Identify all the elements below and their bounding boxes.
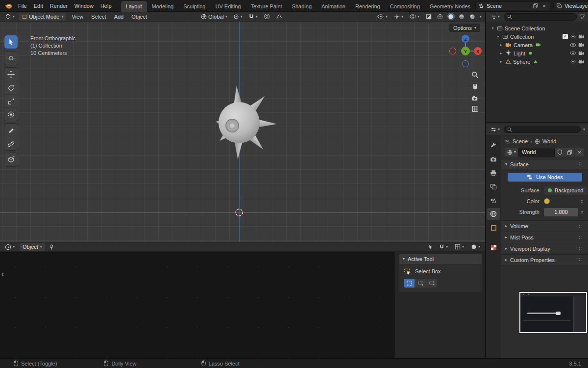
eye-icon[interactable] — [570, 34, 576, 39]
properties-search[interactable] — [504, 126, 581, 133]
navigation-gizmo[interactable]: Z X Y — [447, 32, 484, 70]
pan-hand-icon[interactable] — [471, 83, 479, 90]
toggle-view-grid-icon[interactable] — [472, 105, 479, 112]
render-visibility-camera-icon[interactable] — [578, 51, 585, 56]
gizmos-dropdown[interactable]: ▾ — [392, 14, 405, 20]
disclosure-down-icon[interactable]: ▾ — [490, 26, 495, 30]
render-visibility-camera-icon[interactable] — [578, 34, 585, 39]
viewlayer-selector[interactable]: ViewLayer × — [553, 1, 588, 10]
eye-icon[interactable] — [570, 51, 576, 55]
mist-pass-panel-header[interactable]: ▸ Mist Pass — [501, 232, 588, 243]
shading-wireframe-button[interactable] — [437, 13, 444, 20]
tab-rendering[interactable]: Rendering — [350, 1, 385, 12]
tab-render-properties[interactable] — [487, 153, 500, 165]
new-datablock-icon[interactable] — [565, 148, 574, 157]
fake-user-shield-icon[interactable] — [555, 148, 564, 157]
disclosure-right-icon[interactable]: ▸ — [499, 51, 503, 55]
filter-icon[interactable] — [579, 14, 585, 20]
active-tool-panel-header[interactable]: ▾ Active Tool — [399, 254, 482, 264]
snap-target-dropdown[interactable]: ▾ — [232, 14, 244, 20]
editor-type-properties[interactable]: ▾ — [489, 127, 501, 132]
tab-scene-properties[interactable] — [487, 194, 500, 206]
shading-material-button[interactable] — [458, 13, 466, 20]
viewport-3d[interactable]: Front Orthographic (1) Collection 10 Cen… — [0, 22, 485, 242]
proportional-editing-toggle[interactable] — [262, 13, 271, 20]
overlays-dropdown[interactable]: ▾ — [408, 14, 421, 19]
keyframe-dot-icon[interactable] — [581, 211, 583, 213]
world-name-field[interactable] — [518, 148, 555, 157]
menu-file[interactable]: File — [15, 1, 30, 10]
collection-checkbox[interactable]: ✓ — [563, 34, 568, 39]
tab-tool-properties[interactable] — [487, 139, 500, 151]
tab-sculpting[interactable]: Sculpting — [178, 1, 210, 12]
mode-dropdown[interactable]: Object Mode ▾ — [19, 13, 66, 21]
pin-icon[interactable] — [49, 244, 54, 250]
new-scene-icon[interactable] — [532, 2, 539, 9]
menu-view[interactable]: View — [69, 13, 86, 21]
timeline-mode-dropdown[interactable]: Object ▾ — [20, 243, 45, 251]
tab-layout[interactable]: Layout — [121, 1, 147, 12]
custom-properties-panel-header[interactable]: ▸ Custom Properties — [501, 254, 588, 265]
spiked-sphere-object[interactable] — [200, 82, 278, 161]
tweak-arrow-icon[interactable] — [428, 244, 434, 250]
surface-panel-header[interactable]: ▾ Surface — [501, 159, 588, 169]
disclosure-right-icon[interactable]: ▸ — [499, 59, 503, 64]
tab-world-properties[interactable] — [487, 208, 500, 220]
scene-selector[interactable]: Scene × — [475, 1, 550, 10]
region-expand-arrow-icon[interactable]: ‹ — [1, 270, 3, 278]
shading-rendered-button[interactable] — [469, 13, 476, 20]
menu-window[interactable]: Window — [71, 1, 97, 10]
disclosure-down-icon[interactable]: ▾ — [496, 34, 500, 39]
browse-world-button[interactable]: ▾ — [505, 148, 518, 157]
timeline-body[interactable]: ‹ ▾ Active Tool Select Box — [0, 252, 485, 358]
editor-type-timeline[interactable]: ▾ — [3, 244, 16, 250]
tab-shading[interactable]: Shading — [287, 1, 317, 12]
select-mode-subtract[interactable] — [426, 279, 437, 288]
cursor-tool[interactable] — [4, 52, 18, 65]
snap-toggle[interactable]: ▾ — [247, 13, 259, 20]
color-swatch[interactable] — [544, 198, 550, 204]
render-visibility-camera-icon[interactable] — [578, 43, 585, 48]
use-nodes-button[interactable]: Use Nodes — [508, 173, 582, 182]
surface-shader-dropdown[interactable]: Background — [544, 186, 588, 195]
unlink-scene-icon[interactable]: × — [541, 2, 547, 9]
scale-tool[interactable] — [4, 94, 18, 107]
tab-output-properties[interactable] — [487, 167, 500, 179]
select-mode-extend[interactable] — [415, 279, 426, 288]
shading-solid-button[interactable] — [447, 13, 455, 20]
breadcrumb-world[interactable]: World — [542, 138, 557, 144]
select-box-tool[interactable] — [4, 35, 18, 49]
menu-object[interactable]: Object — [129, 13, 149, 21]
menu-select[interactable]: Select — [89, 13, 109, 21]
outliner-search[interactable] — [504, 13, 577, 21]
tab-modeling[interactable]: Modeling — [147, 1, 179, 12]
tab-geometry-nodes[interactable]: Geometry Nodes — [425, 1, 475, 12]
menu-add[interactable]: Add — [112, 13, 126, 21]
options-button[interactable]: Options ▾ — [449, 24, 480, 32]
outliner-row-scene-collection[interactable]: ▾ Scene Collection — [486, 24, 588, 32]
menu-edit[interactable]: Edit — [30, 1, 47, 10]
falloff-curve-icon[interactable] — [274, 14, 284, 19]
object-visibility-dropdown[interactable]: ▾ — [376, 14, 389, 19]
select-mode-set[interactable] — [404, 279, 415, 288]
editor-type-viewport[interactable]: ▾ — [3, 13, 16, 20]
eye-icon[interactable] — [570, 59, 576, 64]
viewport-display-panel-header[interactable]: ▸ Viewport Display — [501, 243, 588, 254]
measure-tool[interactable] — [4, 137, 18, 150]
outliner-row-sphere[interactable]: ▸ Sphere — [486, 57, 588, 66]
properties-search-input[interactable] — [514, 127, 577, 132]
move-tool[interactable] — [4, 68, 18, 81]
tab-animation[interactable]: Animation — [317, 1, 350, 12]
annotate-tool[interactable] — [4, 124, 18, 137]
timeline-overlay-dropdown[interactable]: ▾ — [453, 244, 466, 250]
volume-panel-header[interactable]: ▸ Volume — [501, 220, 588, 232]
tab-texture-paint[interactable]: Texture Paint — [245, 1, 287, 12]
render-visibility-camera-icon[interactable] — [578, 59, 585, 64]
keyframe-dot-icon[interactable] — [581, 200, 583, 203]
transform-tool[interactable] — [4, 107, 18, 121]
editor-type-outliner[interactable]: ▾ — [489, 14, 501, 20]
outliner-row-camera[interactable]: ▸ Camera — [486, 41, 588, 49]
menu-render[interactable]: Render — [47, 1, 71, 10]
add-cube-tool[interactable] — [4, 153, 18, 166]
tab-viewlayer-properties[interactable] — [487, 181, 500, 192]
